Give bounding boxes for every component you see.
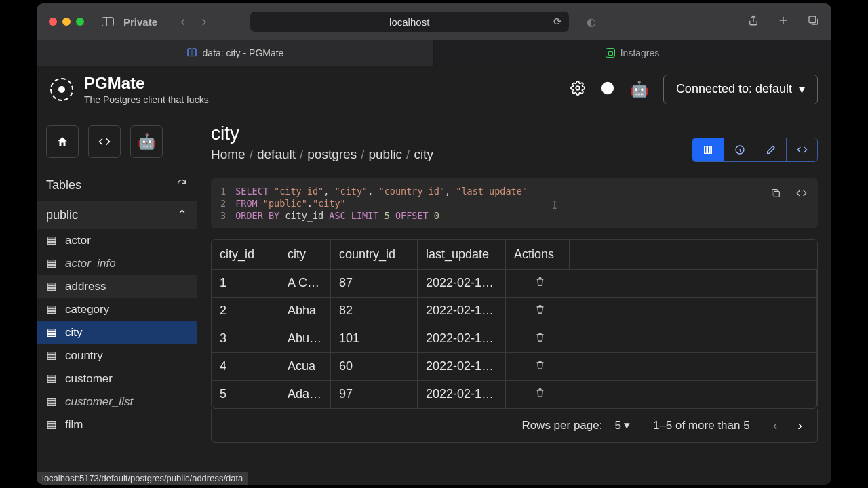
tab-pgmate[interactable]: data: city - PGMate [37,40,434,66]
sidebar-table-actor_info[interactable]: actor_info [37,252,197,275]
delete-row-button[interactable] [534,304,546,318]
close-window-button[interactable] [49,18,57,26]
svg-rect-22 [47,375,56,378]
delete-row-button[interactable] [534,332,546,346]
column-header-country_id[interactable]: country_id [331,240,418,269]
pagination: Rows per page: 5 ▾ 1–5 of more than 5 ‹ … [211,409,818,443]
svg-rect-23 [47,378,56,380]
toolbar-right-icons [747,14,819,29]
range-label: 1–5 of more than 5 [653,419,750,432]
view-tab-edit[interactable] [755,138,786,161]
table-row[interactable]: 4Acua602022-02-15… [212,353,817,381]
column-header-city[interactable]: city [279,240,331,269]
next-page-button[interactable]: › [797,418,802,433]
schema-toggle[interactable]: public ⌃ [37,201,197,229]
column-header-actions[interactable]: Actions [506,240,570,269]
svg-rect-18 [47,335,56,337]
delete-row-button[interactable] [534,277,546,290]
private-mode-label: Private [123,16,157,28]
sidebar-table-film[interactable]: film [37,413,197,436]
reload-icon[interactable]: ⟳ [553,16,562,28]
table-name: customer [65,372,113,386]
maximize-window-button[interactable] [76,18,84,26]
app-header: PGMate The Postgres client that fucks i … [37,66,831,113]
actions-cell [506,325,817,352]
view-tab-data[interactable] [692,138,724,161]
breadcrumb-sep: / [406,147,410,161]
prev-page-button: ‹ [773,418,778,433]
sidebar: 🤖 Tables public ⌃ actoractor_infoaddress… [37,113,197,485]
back-button[interactable]: ‹ [175,13,191,30]
instagres-icon [606,48,615,58]
schema-name: public [46,208,78,222]
svg-rect-33 [711,146,711,154]
svg-rect-16 [47,329,56,331]
cell: 101 [331,325,418,352]
share-icon[interactable] [747,14,760,29]
rpp-select[interactable]: 5 ▾ [614,418,629,432]
breadcrumb-segment[interactable]: public [368,147,402,161]
minimize-window-button[interactable] [62,18,71,26]
breadcrumb-segment[interactable]: Home [211,147,245,161]
table-row[interactable]: 2Abha822022-02-15… [212,298,817,325]
rows-per-page: Rows per page: 5 ▾ [521,418,630,432]
breadcrumb-sep: / [250,147,253,161]
table-row[interactable]: 3Abu …1012022-02-15… [212,325,817,353]
delete-row-button[interactable] [534,388,546,401]
ai-assistant-button[interactable]: 🤖 [130,125,163,158]
column-header-city_id[interactable]: city_id [212,240,279,269]
url-bar[interactable]: localhost ⟳ [250,12,569,32]
status-url: localhost:5173/default/postgres/public/a… [42,473,243,483]
svg-rect-6 [47,243,56,245]
cell: Acua [279,353,331,380]
refresh-icon[interactable] [176,178,187,192]
cell: 2022-02-15… [418,353,506,380]
table-name: address [65,280,106,293]
svg-rect-10 [47,283,56,285]
column-header-last_update[interactable]: last_update [418,240,506,269]
settings-icon[interactable] [570,81,585,98]
new-tab-icon[interactable] [777,14,789,29]
svg-rect-29 [47,424,56,426]
actions-cell [506,381,817,408]
sidebar-table-category[interactable]: category [37,298,197,321]
shield-icon[interactable]: ◐ [587,16,596,28]
delete-row-button[interactable] [534,360,546,373]
sidebar-table-city[interactable]: city [37,321,197,344]
header-actions: i 🤖 Connected to: default ▾ [570,75,818,104]
breadcrumb-segment[interactable]: postgres [307,147,357,161]
sql-editor-button[interactable] [88,125,121,158]
sidebar-toggle-icon[interactable] [102,17,114,26]
table-name: country [65,349,103,363]
table-name: city [65,326,83,340]
sidebar-table-address[interactable]: address [37,275,197,298]
tabs-overview-icon[interactable] [807,14,819,29]
sidebar-table-customer_list[interactable]: customer_list [37,390,197,413]
cell: 1 [212,270,279,297]
copy-sql-button[interactable] [766,184,785,203]
page-title: city [211,123,433,144]
actions-cell [506,298,817,325]
cell: 5 [212,381,279,408]
sidebar-table-actor[interactable]: actor [37,229,197,252]
svg-rect-15 [47,312,56,314]
svg-text:i: i [606,83,609,93]
svg-rect-35 [774,191,779,197]
app-tagline: The Postgres client that fucks [84,94,209,105]
svg-rect-0 [809,16,816,23]
breadcrumb-segment[interactable]: default [257,147,296,161]
svg-rect-8 [47,263,56,265]
view-tab-info[interactable] [724,138,755,161]
table-row[interactable]: 5Ada…972022-02-15… [212,381,817,408]
robot-icon[interactable]: 🤖 [630,81,648,98]
table-row[interactable]: 1A Co…872022-02-15… [212,270,817,298]
sidebar-table-customer[interactable]: customer [37,367,197,390]
sidebar-table-country[interactable]: country [37,344,197,367]
view-tab-sql[interactable] [786,138,817,161]
info-icon[interactable]: i [600,81,615,98]
svg-rect-13 [47,306,56,308]
home-button[interactable] [46,125,79,158]
expand-sql-button[interactable] [792,184,811,203]
tab-instagres[interactable]: Instagres [434,40,831,66]
connection-selector[interactable]: Connected to: default ▾ [663,75,818,104]
